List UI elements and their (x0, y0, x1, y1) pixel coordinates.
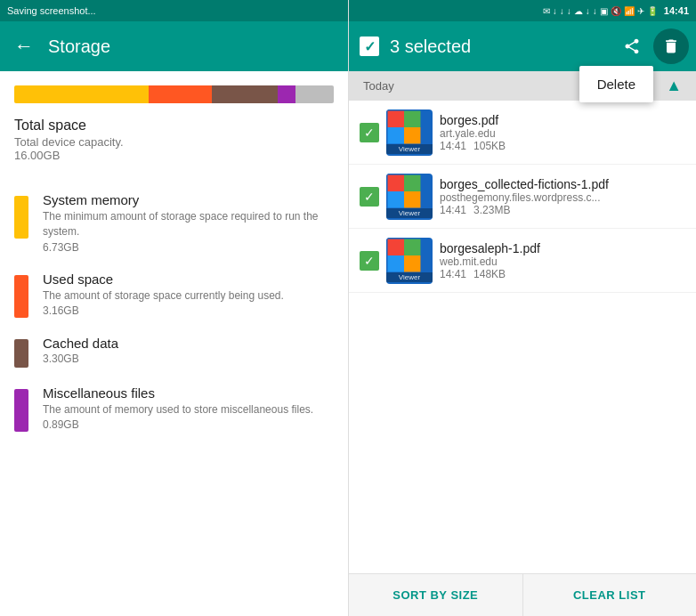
file-checkbox-2[interactable]: ✓ (360, 251, 379, 271)
svg-rect-10 (404, 191, 420, 207)
total-space-title: Total space (14, 118, 334, 134)
right-panel: ✉ ↓ ↓ ↓ ☁ ↓ ↓ ▣ 🔇 📶 ✈ 🔋 14:41 ✓ 3 select… (348, 0, 696, 616)
file-size-0: 105KB (473, 140, 506, 152)
storage-item-used-info: Used space The amount of storage space c… (43, 272, 334, 318)
color-used (14, 275, 28, 318)
storage-item-cached: Cached data 3.30GB (0, 327, 348, 377)
mute-icon: 🔇 (611, 6, 621, 16)
svg-rect-14 (388, 255, 404, 272)
file-info-2: borgesaleph-1.pdf web.mit.edu 14:41 148K… (440, 241, 685, 280)
storage-bar-container (0, 71, 348, 110)
storage-item-misc: Miscellaneous files The amount of memory… (0, 377, 348, 441)
wifi-icon: 📶 (624, 6, 635, 16)
header-actions (614, 28, 689, 64)
svg-rect-9 (388, 191, 404, 207)
select-all-checkbox[interactable]: ✓ (360, 36, 379, 56)
file-name-2: borgesaleph-1.pdf (440, 241, 685, 255)
storage-bar (14, 85, 334, 103)
scroll-up-icon[interactable]: ▲ (666, 77, 682, 95)
download-icon-3: ↓ (567, 6, 571, 16)
file-time-2: 14:41 (440, 268, 466, 280)
file-time-0: 14:41 (440, 140, 466, 152)
cached-title: Cached data (43, 336, 334, 351)
misc-desc: The amount of memory used to store misce… (43, 402, 334, 417)
file-checkbox-1[interactable]: ✓ (360, 187, 379, 207)
svg-rect-8 (404, 174, 420, 190)
storage-item-misc-info: Miscellaneous files The amount of memory… (43, 385, 334, 432)
used-title: Used space (43, 272, 334, 287)
bar-free (295, 85, 334, 103)
svg-rect-15 (404, 255, 420, 272)
storage-item-used: Used space The amount of storage space c… (0, 263, 348, 327)
file-item-1[interactable]: ✓ Viewer borges_collected-fictions-1.pdf… (349, 165, 696, 229)
bar-misc (278, 85, 295, 103)
used-value: 3.16GB (43, 304, 334, 317)
share-button[interactable] (614, 28, 650, 64)
file-size-1: 3.23MB (473, 204, 510, 216)
file-time-1: 14:41 (440, 204, 466, 216)
selected-count-label: 3 selected (390, 36, 603, 57)
sort-by-size-button[interactable]: SORT BY SIZE (349, 574, 523, 616)
system-title: System memory (43, 192, 334, 207)
file-item-0[interactable]: ✓ Viewer borges.pdf art.yale.edu 14:41 1… (349, 101, 696, 165)
file-meta-2: 14:41 148KB (440, 268, 685, 280)
storage-item-system-info: System memory The minimum amount of stor… (43, 192, 334, 254)
svg-rect-5 (404, 127, 420, 143)
download-icon-5: ↓ (593, 6, 597, 16)
delete-popup-label: Delete (597, 77, 635, 92)
delete-button[interactable] (653, 28, 689, 64)
right-header: ✓ 3 selected Delete (349, 21, 696, 71)
time-display: 14:41 (664, 5, 689, 16)
file-source-1: posthegemony.files.wordpress.c... (440, 191, 685, 204)
cached-value: 3.30GB (43, 353, 334, 365)
svg-rect-4 (388, 127, 404, 143)
file-info-0: borges.pdf art.yale.edu 14:41 105KB (440, 113, 685, 152)
file-source-2: web.mit.edu (440, 255, 685, 268)
status-bar-text: Saving screenshot... (7, 5, 96, 16)
clear-list-label: CLEAR LIST (573, 588, 646, 602)
screenshot-icon: ▣ (600, 6, 608, 16)
download-icon: ↓ (553, 6, 557, 16)
clear-list-button[interactable]: CLEAR LIST (523, 574, 697, 616)
misc-title: Miscellaneous files (43, 385, 334, 401)
file-thumb-1: Viewer (386, 174, 433, 220)
file-meta-1: 14:41 3.23MB (440, 204, 685, 216)
status-icons: ✉ ↓ ↓ ↓ ☁ ↓ ↓ ▣ 🔇 📶 ✈ 🔋 14:41 (543, 5, 689, 16)
viewer-label-2: Viewer (386, 272, 433, 282)
file-thumb-2: Viewer (386, 238, 433, 284)
color-misc (14, 389, 28, 432)
delete-popup[interactable]: Delete (579, 66, 653, 102)
file-meta-0: 14:41 105KB (440, 140, 685, 152)
right-status-bar: ✉ ↓ ↓ ↓ ☁ ↓ ↓ ▣ 🔇 📶 ✈ 🔋 14:41 (349, 0, 696, 21)
storage-item-cached-info: Cached data 3.30GB (43, 336, 334, 365)
download-icon-4: ↓ (586, 6, 590, 16)
system-desc: The minimum amount of storage space requ… (43, 209, 334, 239)
color-cached (14, 339, 28, 368)
today-label: Today (363, 79, 394, 93)
battery-icon: 🔋 (647, 6, 658, 16)
misc-value: 0.89GB (43, 418, 334, 431)
file-list: ✓ Viewer borges.pdf art.yale.edu 14:41 1… (349, 101, 696, 573)
download-icon-2: ↓ (560, 6, 564, 16)
file-size-2: 148KB (473, 268, 506, 280)
airplane-icon: ✈ (637, 6, 644, 16)
checkbox-check-icon: ✓ (364, 38, 376, 55)
bar-system (14, 85, 149, 103)
svg-rect-7 (388, 174, 404, 190)
svg-rect-12 (388, 239, 404, 255)
cloud-icon: ☁ (574, 6, 583, 16)
svg-rect-2 (388, 110, 404, 126)
storage-item-system: System memory The minimum amount of stor… (0, 183, 348, 263)
left-header: ← Storage (0, 21, 348, 71)
bar-cached (212, 85, 278, 103)
total-space-desc: Total device capacity. (14, 135, 334, 149)
back-button[interactable]: ← (14, 35, 34, 58)
bar-used (149, 85, 212, 103)
svg-rect-3 (404, 110, 420, 126)
system-value: 6.73GB (43, 241, 334, 254)
bottom-bar: SORT BY SIZE CLEAR LIST (349, 573, 696, 616)
file-checkbox-0[interactable]: ✓ (360, 123, 379, 142)
left-header-title: Storage (48, 36, 110, 57)
file-thumb-0: Viewer (386, 109, 433, 156)
file-item-2[interactable]: ✓ Viewer borgesaleph-1.pdf web.mit.edu 1… (349, 229, 696, 293)
